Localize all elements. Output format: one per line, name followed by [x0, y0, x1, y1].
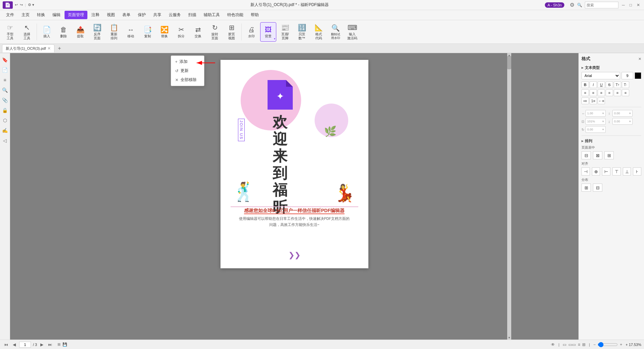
font-size-input[interactable] [621, 72, 633, 79]
view-double-button[interactable]: ▭▭ [568, 342, 576, 347]
menu-tools[interactable]: 辅助工具 [200, 11, 223, 19]
menu-features[interactable]: 特色功能 [224, 11, 247, 19]
align-center-obj-button[interactable]: ⊕ [592, 167, 600, 176]
font-family-select[interactable]: Arial [581, 72, 620, 79]
center-horizontal-button[interactable]: ⊟ [581, 151, 591, 159]
undo-icon[interactable]: ↩ [15, 3, 18, 7]
add-tab-button[interactable]: + [56, 45, 63, 52]
quick-access[interactable]: ⚙ ▾ [28, 3, 34, 7]
sidebar-stamp-icon[interactable]: ⬡ [1, 116, 9, 124]
view-single-button[interactable]: ▭ [563, 342, 566, 347]
menu-form[interactable]: 表单 [119, 11, 134, 19]
align-left-button[interactable]: ≡ [581, 89, 589, 96]
user-badge[interactable]: A - Sh3n [545, 2, 564, 8]
move-button[interactable]: ↔ 移动 [123, 22, 139, 42]
extract-button[interactable]: 📤 提取 [72, 22, 88, 42]
menu-page-manage[interactable]: 页面管理 [65, 11, 87, 19]
select-tool-button[interactable]: ↖ 选择工具 [19, 22, 35, 42]
menu-cloud[interactable]: 云服务 [165, 11, 184, 19]
pages-view-button[interactable]: ⊞ 胶页视图 [224, 22, 240, 42]
zoom-out-button[interactable]: − [593, 342, 596, 347]
view-grid-button[interactable]: ⊞ [582, 342, 586, 347]
align-justify3-button[interactable]: ≡ [622, 89, 629, 96]
bullet-list-button[interactable]: •≡ [581, 98, 589, 104]
font-color-picker[interactable] [635, 72, 641, 79]
scroll-down-button[interactable]: ▼ [507, 336, 511, 340]
distribute-h-button[interactable]: ⊞ [581, 184, 591, 192]
minimize-button[interactable]: ─ [620, 3, 626, 7]
x-offset-input[interactable]: 0.00▾ [612, 110, 633, 117]
align-top-obj-button[interactable]: ⊤ [612, 167, 621, 176]
center-both-button[interactable]: ⊞ [604, 151, 614, 159]
align-bottom-obj-button[interactable]: ⊦ [633, 167, 641, 176]
merge-button[interactable]: ⇄ 交换 [190, 22, 206, 42]
align-center-button[interactable]: ≡ [590, 89, 597, 96]
sidebar-security-icon[interactable]: 🔒 [1, 106, 9, 114]
rotate-button[interactable]: ↻ 旋转页面 [207, 22, 223, 42]
settings-icon[interactable]: ⚙ [570, 2, 574, 8]
menu-protect[interactable]: 保护 [134, 11, 149, 19]
header-footer-button[interactable]: 📰 页眉/页脚 [277, 22, 293, 42]
background-button[interactable]: 🖼 背景 ▾ [260, 22, 276, 42]
italic-button[interactable]: I [590, 81, 597, 88]
align-left-obj-button[interactable]: ⊣ [581, 167, 590, 176]
y-offset-input[interactable]: 0.00▾ [612, 118, 633, 125]
vertical-scrollbar[interactable]: ▲ ▼ [507, 53, 511, 340]
bates-button[interactable]: 🔢 贝茨数™ [294, 22, 310, 42]
width-input[interactable]: 1.00▾ [586, 110, 606, 117]
sidebar-layers-icon[interactable]: ≡ [1, 76, 9, 84]
copy-button[interactable]: 📑 复制 [139, 22, 156, 42]
view-scroll-button[interactable]: ≡ [578, 342, 580, 347]
dropdown-remove-all[interactable]: ✕ 全部移除 [171, 75, 204, 84]
align-right-obj-button[interactable]: ⊢ [602, 167, 610, 176]
menu-edit[interactable]: 编辑 [49, 11, 64, 19]
tab-close-button[interactable]: ✕ [47, 46, 51, 51]
redo-icon[interactable]: ↪ [20, 3, 23, 7]
search-icon[interactable]: 🔍 [577, 3, 582, 7]
distribute-v-button[interactable]: ⊟ [593, 184, 602, 192]
scroll-up-button[interactable]: ▲ [507, 53, 511, 57]
dropdown-arrow[interactable]: ▾ [274, 37, 275, 41]
sidebar-search-icon[interactable]: 🔍 [1, 86, 9, 94]
insert-button[interactable]: 📄 插入 [39, 22, 55, 42]
underline-button[interactable]: U [598, 81, 605, 88]
menu-convert[interactable]: 转换 [34, 11, 48, 19]
scrollbar-thumb[interactable] [507, 56, 511, 69]
menu-file[interactable]: 文件 [3, 11, 17, 19]
split-button[interactable]: ✂ 拆分 [173, 22, 189, 42]
align-middle-obj-button[interactable]: ⊥ [623, 167, 631, 176]
indent-decrease-button[interactable]: ←≡ [598, 98, 605, 104]
reverse-button[interactable]: 🔄 反序页面 [89, 22, 105, 42]
prev-page-button[interactable]: ◀ [11, 342, 17, 348]
align-justify-button[interactable]: ≡ [606, 89, 613, 96]
print-button[interactable]: 🖨 水印 [243, 22, 259, 42]
menu-annotate[interactable]: 注释 [88, 11, 103, 19]
reorder-button[interactable]: 📋 重新排列 [106, 22, 122, 42]
fit-page-button[interactable]: ⊞ [57, 342, 61, 347]
align-right-button[interactable]: ≡ [598, 89, 605, 96]
strikethrough-button[interactable]: S [606, 81, 613, 88]
hand-tool-button[interactable]: ☞ 手型工具 [2, 22, 18, 42]
input-code-button[interactable]: ⌨ 输入激活码 [344, 22, 360, 42]
next-page-button[interactable]: ▶ [39, 342, 45, 348]
sidebar-sign-icon[interactable]: ✍ [1, 126, 9, 134]
pdf-tab[interactable]: 新人引导(1)_OCR(3).pdf ✕ [2, 44, 54, 52]
ocr-button[interactable]: 🔍 翻转试用水印 [327, 22, 344, 42]
search-input[interactable] [585, 2, 618, 8]
numbered-list-button[interactable]: 1≡ [590, 98, 597, 104]
zoom-in-button[interactable]: + [620, 342, 622, 347]
format-code-button[interactable]: 📐 格式代码 [311, 22, 327, 42]
current-page-input[interactable] [19, 342, 31, 348]
scale-input[interactable]: 101%▾ [586, 118, 606, 125]
eye-icon[interactable]: 👁 [551, 342, 555, 347]
zoom-slider[interactable] [598, 342, 618, 347]
menu-scan[interactable]: 扫描 [185, 11, 200, 19]
sidebar-expand-icon[interactable]: ◁ [1, 137, 9, 145]
maximize-button[interactable]: □ [628, 3, 633, 7]
panel-close-button[interactable]: ✕ [638, 57, 641, 61]
menu-home[interactable]: 主页 [18, 11, 33, 19]
align-justify2-button[interactable]: ≡ [614, 89, 621, 96]
rotate-input[interactable]: 0.00▾ [586, 126, 606, 133]
save-pages-button[interactable]: 💾 [63, 342, 67, 347]
sidebar-attach-icon[interactable]: 📎 [1, 96, 9, 104]
